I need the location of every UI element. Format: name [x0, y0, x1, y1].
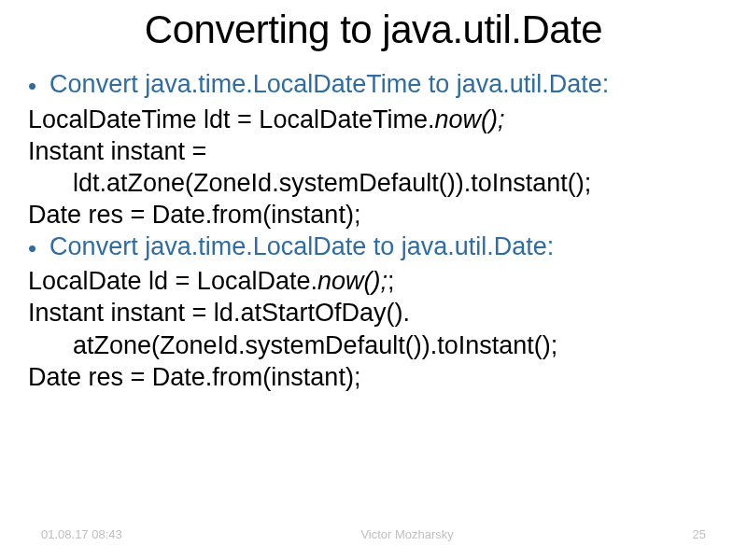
bullet-heading: Convert java.time.LocalDate to java.util…: [49, 231, 554, 263]
code-line: Instant instant = ld.atStartOfDay().: [28, 297, 719, 329]
code-line: LocalDate ld = LocalDate.now();;: [28, 265, 719, 297]
code-line: ldt.atZone(ZoneId.systemDefault()).toIns…: [28, 167, 719, 199]
code-line: LocalDateTime ldt = LocalDateTime.now();: [28, 104, 719, 135]
code-text: Instant instant =: [28, 137, 206, 165]
bullet-item: • Convert java.time.LocalDate to java.ut…: [28, 231, 719, 264]
code-text-italic: now();: [434, 105, 504, 133]
code-line: Instant instant =: [28, 135, 719, 167]
slide-title: Converting to java.util.Date: [0, 0, 747, 69]
bullet-icon: •: [28, 71, 36, 102]
code-text: LocalDateTime ldt = LocalDateTime.: [28, 105, 434, 133]
code-line: Date res = Date.from(instant);: [28, 361, 719, 393]
code-text-italic: now();: [317, 267, 388, 295]
bullet-item: • Convert java.time.LocalDateTime to jav…: [28, 69, 719, 102]
code-text: LocalDate ld = LocalDate.: [28, 267, 317, 295]
bullet-heading: Convert java.time.LocalDateTime to java.…: [49, 69, 609, 101]
footer-author: Victor Mozharsky: [122, 527, 693, 541]
footer-page-number: 25: [693, 527, 706, 541]
footer-date: 01.08.17 08:43: [41, 527, 122, 541]
code-line: Date res = Date.from(instant);: [28, 199, 719, 231]
code-text: Instant instant = ld.atStartOfDay().: [28, 299, 410, 327]
code-line: atZone(ZoneId.systemDefault()).toInstant…: [28, 329, 719, 361]
code-text: Date res = Date.from(instant);: [28, 363, 360, 391]
slide-footer: 01.08.17 08:43 Victor Mozharsky 25: [0, 527, 747, 541]
slide-content: • Convert java.time.LocalDateTime to jav…: [0, 69, 747, 393]
slide: Converting to java.util.Date • Convert j…: [0, 0, 747, 560]
code-text: Date res = Date.from(instant);: [28, 201, 360, 229]
code-text: ;: [388, 267, 395, 295]
bullet-icon: •: [28, 233, 36, 264]
code-text: atZone(ZoneId.systemDefault()).toInstant…: [73, 331, 557, 359]
code-text: ldt.atZone(ZoneId.systemDefault()).toIns…: [73, 169, 591, 197]
